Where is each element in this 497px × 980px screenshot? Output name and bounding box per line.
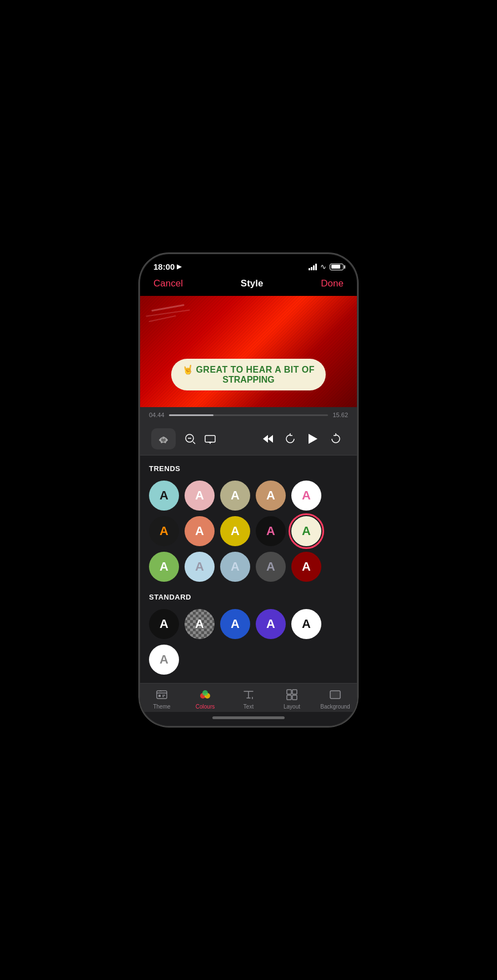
style-option[interactable]: A bbox=[291, 609, 321, 639]
style-option[interactable]: A bbox=[149, 552, 179, 582]
svg-marker-16 bbox=[309, 434, 317, 444]
text-icon bbox=[242, 688, 255, 701]
zoom-out-button[interactable] bbox=[180, 428, 200, 449]
status-bar: 18:00 ▶ ∿ bbox=[140, 254, 357, 274]
style-option[interactable]: A bbox=[291, 552, 321, 582]
theme-label: Theme bbox=[153, 704, 170, 710]
phone-frame: 18:00 ▶ ∿ Cancel Style Done bbox=[139, 253, 358, 727]
svg-marker-14 bbox=[263, 435, 268, 443]
current-time: 04.44 bbox=[149, 412, 165, 418]
home-indicator bbox=[140, 712, 357, 726]
svg-rect-11 bbox=[205, 435, 215, 442]
tab-text[interactable]: Text bbox=[227, 688, 270, 710]
style-option[interactable]: A bbox=[220, 609, 250, 639]
style-option[interactable]: A bbox=[256, 481, 286, 511]
video-preview: 🤘 GREAT TO HEAR A BIT OF STRAPPING bbox=[140, 296, 357, 407]
tab-theme[interactable]: Theme bbox=[140, 688, 183, 710]
cancel-button[interactable]: Cancel bbox=[153, 278, 183, 289]
replay-button[interactable] bbox=[279, 428, 301, 449]
style-option[interactable]: A bbox=[220, 516, 250, 546]
play-button[interactable] bbox=[301, 428, 324, 449]
tab-colours[interactable]: Colours bbox=[183, 688, 227, 710]
background-icon bbox=[329, 688, 342, 701]
style-option[interactable]: A bbox=[256, 516, 286, 546]
colours-label: Colours bbox=[196, 704, 215, 710]
style-option[interactable]: A bbox=[185, 552, 215, 582]
caption-bubble: 🤘 GREAT TO HEAR A BIT OF STRAPPING bbox=[171, 359, 326, 390]
style-option[interactable]: A bbox=[185, 516, 215, 546]
layout-label: Layout bbox=[284, 704, 300, 710]
trends-label: TRENDS bbox=[149, 464, 348, 473]
caption-emoji: 🤘 bbox=[182, 364, 194, 375]
svg-rect-17 bbox=[157, 691, 167, 699]
video-background bbox=[140, 296, 357, 407]
style-option-checkered[interactable]: A bbox=[185, 609, 215, 639]
progress-track[interactable] bbox=[169, 414, 329, 416]
style-area: TRENDS A A A A A A A A A A A A A A A bbox=[140, 456, 357, 683]
total-time: 15.62 bbox=[332, 412, 348, 418]
svg-rect-26 bbox=[287, 690, 291, 694]
screen-button[interactable] bbox=[200, 428, 220, 449]
tab-layout[interactable]: Layout bbox=[270, 688, 314, 710]
style-option[interactable]: A bbox=[149, 481, 179, 511]
forward-button[interactable] bbox=[324, 428, 346, 449]
done-button[interactable]: Done bbox=[321, 278, 344, 289]
style-option[interactable]: A bbox=[149, 645, 179, 675]
timeline-bar: 04.44 15.62 bbox=[140, 407, 357, 423]
theme-icon bbox=[155, 688, 168, 701]
battery-icon bbox=[330, 264, 344, 270]
style-option[interactable]: A bbox=[291, 481, 321, 511]
style-option[interactable]: A bbox=[256, 609, 286, 639]
playback-controls bbox=[140, 423, 357, 456]
style-option[interactable]: A bbox=[149, 609, 179, 639]
progress-fill bbox=[169, 414, 213, 416]
style-option[interactable]: A bbox=[149, 516, 179, 546]
svg-rect-27 bbox=[292, 690, 297, 694]
style-option[interactable]: A bbox=[220, 481, 250, 511]
signal-bars bbox=[309, 264, 317, 270]
svg-rect-29 bbox=[292, 695, 297, 700]
background-label: Background bbox=[320, 704, 350, 710]
phone-screen: 18:00 ▶ ∿ Cancel Style Done bbox=[140, 254, 357, 726]
dynamic-island bbox=[213, 260, 284, 279]
text-label: Text bbox=[243, 704, 254, 710]
svg-rect-19 bbox=[158, 695, 161, 697]
trends-grid: A A A A A A A A A A A A A A A bbox=[149, 481, 348, 582]
svg-rect-30 bbox=[330, 691, 340, 699]
svg-point-6 bbox=[162, 437, 165, 439]
style-option[interactable]: A bbox=[256, 552, 286, 582]
status-time: 18:00 ▶ bbox=[153, 262, 181, 271]
colours-icon bbox=[198, 688, 212, 701]
turtle-speed-button[interactable] bbox=[151, 428, 176, 449]
svg-point-24 bbox=[202, 690, 208, 696]
style-option[interactable]: A bbox=[220, 552, 250, 582]
skip-back-button[interactable] bbox=[257, 428, 279, 449]
svg-marker-15 bbox=[268, 435, 273, 443]
location-icon: ▶ bbox=[177, 263, 181, 270]
standard-label: STANDARD bbox=[149, 593, 348, 601]
style-option[interactable]: A bbox=[185, 481, 215, 511]
layout-icon bbox=[285, 688, 299, 701]
svg-rect-28 bbox=[287, 695, 291, 700]
caption-line1: GREAT TO HEAR A BIT OF bbox=[196, 364, 315, 375]
caption-line2: STRAPPING bbox=[182, 375, 315, 385]
page-title: Style bbox=[241, 278, 264, 289]
wifi-icon: ∿ bbox=[320, 263, 326, 271]
style-option-selected[interactable]: A bbox=[291, 516, 321, 546]
standard-grid: A A A A A A bbox=[149, 609, 348, 675]
tab-background[interactable]: Background bbox=[314, 688, 357, 710]
svg-line-10 bbox=[193, 442, 195, 444]
svg-point-7 bbox=[163, 437, 163, 438]
tab-bar: Theme Colours bbox=[140, 683, 357, 712]
status-right: ∿ bbox=[309, 263, 344, 271]
